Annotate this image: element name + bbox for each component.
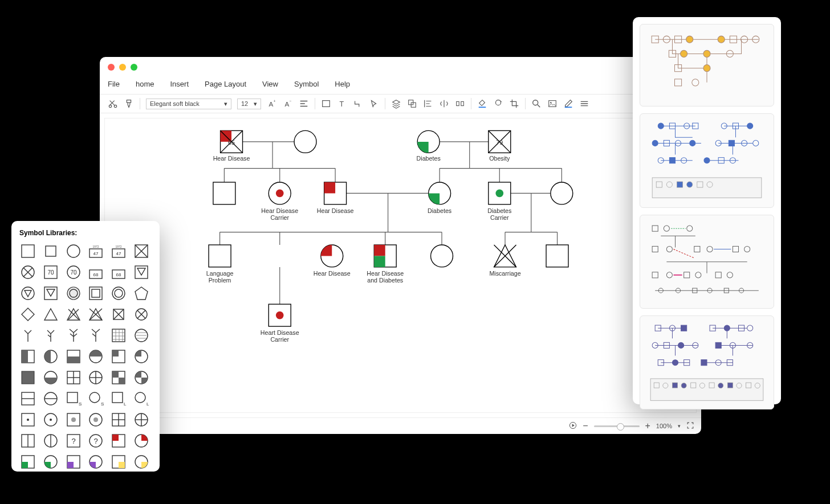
pointer-icon[interactable]	[369, 99, 379, 109]
sym-sq-checker[interactable]	[110, 369, 127, 386]
pen-icon[interactable]	[563, 99, 573, 109]
node-r3b[interactable]: Hear Disease	[314, 245, 351, 277]
rectangle-icon[interactable]	[321, 99, 331, 109]
node-n4[interactable]: 79 Obesity	[489, 130, 511, 162]
sym-tri-down[interactable]	[133, 264, 150, 281]
node-r3e[interactable]: Miscarriage	[489, 245, 520, 277]
sym-ci-x-sm[interactable]	[133, 306, 150, 323]
sym-range1[interactable]: 68	[87, 264, 104, 281]
node-r3f[interactable]	[546, 245, 568, 267]
group-icon[interactable]	[407, 99, 417, 109]
templates-panel[interactable]	[633, 17, 781, 404]
sym-ci-tri[interactable]	[19, 285, 36, 302]
zoom-level[interactable]: 100%	[656, 423, 672, 429]
sym-ci-grid[interactable]	[133, 411, 150, 428]
sym-ci-cross[interactable]	[87, 369, 104, 386]
sym-tree1[interactable]	[19, 327, 36, 344]
sym-tri-x2[interactable]	[87, 306, 104, 323]
menu-home[interactable]: home	[136, 80, 154, 88]
node-r2b[interactable]: Hear Disease Carrier	[261, 182, 298, 221]
sym-hatch-ci[interactable]	[133, 327, 150, 344]
sym-triangle[interactable]	[42, 306, 59, 323]
sym-tri-sq[interactable]	[42, 285, 59, 302]
sym-ci-yellow[interactable]	[133, 453, 150, 470]
sym-ci-green[interactable]	[42, 453, 59, 470]
align-left-icon[interactable]	[299, 99, 309, 109]
sym-sq-cross[interactable]	[65, 369, 82, 386]
sym-sq-x-sm[interactable]	[110, 306, 127, 323]
menu-page-layout[interactable]: Page Layout	[205, 80, 246, 88]
font-name-select[interactable]: Elegant soft black▾	[146, 99, 231, 109]
sym-sq-red[interactable]	[110, 432, 127, 449]
sym-ci-s[interactable]: S	[87, 390, 104, 407]
menu-view[interactable]: View	[262, 80, 278, 88]
sym-sq-fill[interactable]	[19, 369, 36, 386]
sym-sq-grid[interactable]	[110, 411, 127, 428]
sym-sq-dot[interactable]	[19, 411, 36, 428]
sym-tri-x[interactable]	[65, 306, 82, 323]
sym-dbl-sq[interactable]	[87, 285, 104, 302]
sym-square[interactable]	[19, 243, 36, 260]
zoom-slider[interactable]	[594, 425, 640, 427]
sym-ci-purple[interactable]	[87, 453, 104, 470]
sym-sq-half-v[interactable]	[19, 348, 36, 365]
node-r2e[interactable]: Diabetes Carrier	[487, 182, 511, 221]
sym-ci-hline[interactable]	[42, 390, 59, 407]
image-icon[interactable]	[547, 99, 558, 109]
sym-ci-half-h[interactable]	[87, 348, 104, 365]
align-icon[interactable]	[423, 99, 433, 109]
sym-sq-yellow[interactable]	[110, 453, 127, 470]
layers-icon[interactable]	[391, 99, 401, 109]
menu-symbol[interactable]: Symbol	[294, 80, 319, 88]
node-n2[interactable]	[294, 130, 316, 153]
sym-ci-red[interactable]	[133, 432, 150, 449]
template-1[interactable]	[640, 24, 774, 106]
node-r3a[interactable]: Language Problem	[206, 245, 234, 284]
min-dot[interactable]	[119, 64, 126, 71]
sym-ci-dot-g[interactable]	[87, 411, 104, 428]
sym-pentagon[interactable]	[133, 285, 150, 302]
sym-diamond[interactable]	[19, 306, 36, 323]
sym-sq-half-h[interactable]	[65, 348, 82, 365]
sym-ci-half-bottom[interactable]	[42, 369, 59, 386]
sym-dbl-ci2[interactable]	[110, 285, 127, 302]
search-icon[interactable]	[531, 99, 542, 109]
sym-ci-dot[interactable]	[42, 411, 59, 428]
sym-range2[interactable]: 68	[110, 264, 127, 281]
sym-sq-vline[interactable]	[19, 432, 36, 449]
zoom-in-icon[interactable]: +	[645, 421, 650, 431]
format-painter-icon[interactable]	[124, 99, 134, 109]
zoom-out-icon[interactable]: −	[583, 421, 588, 431]
sym-tree4[interactable]	[87, 327, 104, 344]
sym-square-x[interactable]	[133, 243, 150, 260]
sym-square-sm[interactable]	[42, 243, 59, 260]
sym-ci-70[interactable]: 70	[65, 264, 82, 281]
sym-ci-q[interactable]: ?	[87, 432, 104, 449]
sym-ci-checker[interactable]	[133, 369, 150, 386]
crop-icon[interactable]	[509, 99, 519, 109]
font-increase-icon[interactable]: A+	[267, 99, 277, 109]
fill-color-icon[interactable]	[477, 99, 487, 109]
menu-insert[interactable]: Insert	[170, 80, 189, 88]
menu-file[interactable]: File	[108, 80, 120, 88]
canvas[interactable]: 65 Hear Disease Diabetes 79 Obesity	[104, 118, 697, 413]
line-style-icon[interactable]	[493, 99, 503, 109]
node-r3c[interactable]: Hear Disease and Diabetes	[367, 245, 404, 284]
flip-icon[interactable]	[439, 99, 449, 109]
fullscreen-icon[interactable]	[686, 421, 694, 431]
font-size-select[interactable]: 12▾	[237, 99, 261, 109]
template-2[interactable]	[640, 113, 774, 207]
sym-tree2[interactable]	[42, 327, 59, 344]
node-r2c[interactable]: Hear Disease	[317, 182, 354, 214]
sym-ci-vline[interactable]	[42, 432, 59, 449]
sym-ci-half-v[interactable]	[42, 348, 59, 365]
template-4[interactable]	[640, 315, 774, 409]
more-icon[interactable]	[579, 99, 589, 109]
sym-square-date1[interactable]: 197247	[87, 243, 104, 260]
sym-sq-70[interactable]: 70	[42, 264, 59, 281]
sym-sq-qtr[interactable]	[110, 348, 127, 365]
node-r3d[interactable]	[431, 245, 453, 267]
cut-icon[interactable]	[108, 99, 118, 109]
node-r2d[interactable]: Diabetes	[428, 182, 451, 214]
sym-circle[interactable]	[65, 243, 82, 260]
